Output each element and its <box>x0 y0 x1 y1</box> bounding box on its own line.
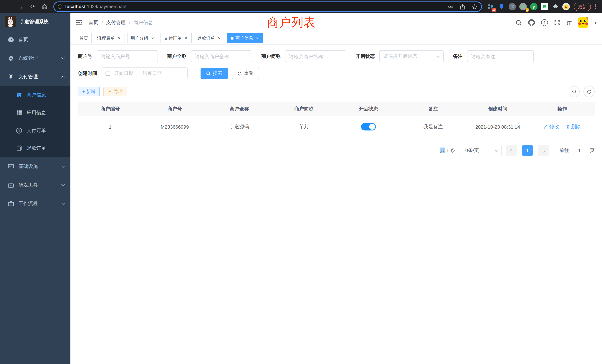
close-icon[interactable]: × <box>183 36 188 41</box>
toggle-search-button[interactable] <box>569 86 580 97</box>
merchant-no-input[interactable] <box>97 50 158 62</box>
chevron-down-icon <box>61 201 65 205</box>
export-button[interactable]: 导出 <box>103 87 127 96</box>
emoji-extension-icon[interactable] <box>562 3 570 10</box>
close-icon[interactable]: × <box>217 36 222 41</box>
tags-view-bar: 首页 流程表单 × 用户分组 × 支付订单 × 退款订单 × <box>70 32 602 45</box>
tab-refund-order[interactable]: 退款订单 × <box>194 33 225 43</box>
total-count: 共 1 条 <box>440 147 455 154</box>
url-text[interactable]: localhost:1024/pay/merchant <box>65 4 441 9</box>
sidebar-item-workflow[interactable]: 工作流程 <box>0 194 70 213</box>
col-merchant-name: 商户全称 <box>207 102 272 116</box>
reload-icon[interactable]: ⟳ <box>28 2 37 11</box>
sidebar-item-pay-order[interactable]: ¥ 支付订单 <box>0 122 70 139</box>
merchant-name-input[interactable] <box>191 50 252 62</box>
close-icon[interactable]: × <box>150 36 155 41</box>
tab-user-group[interactable]: 用户分组 × <box>127 33 158 43</box>
site-info-icon[interactable]: ⓘ <box>58 3 62 10</box>
devtools-extension-icon[interactable]: 10 <box>487 3 494 10</box>
delete-link[interactable]: 删除 <box>566 123 581 130</box>
y-brand-extension-icon[interactable]: y <box>530 3 538 10</box>
export-button-label: 导出 <box>114 88 123 95</box>
status-select[interactable]: 请选择开启状态 <box>379 50 444 62</box>
search-icon[interactable] <box>516 20 522 26</box>
sidebar-item-app-info[interactable]: 应用信息 <box>0 104 70 122</box>
app-logo-row[interactable]: 芋道管理系统 <box>0 13 70 30</box>
sidebar-item-home[interactable]: 首页 <box>0 30 70 49</box>
breadcrumb-pay[interactable]: 支付管理 <box>106 19 126 26</box>
end-date-placeholder: 结束日期 <box>142 70 162 77</box>
tab-merchant-info[interactable]: 商户信息 × <box>227 33 263 43</box>
filter-status: 开启状态 请选择开启状态 <box>355 50 444 62</box>
tab-label: 首页 <box>79 35 88 41</box>
font-size-icon[interactable]: tT <box>566 20 572 26</box>
search-button[interactable]: 搜索 <box>201 68 228 79</box>
breadcrumb-home[interactable]: 首页 <box>89 19 98 26</box>
chevron-left-icon <box>510 149 513 152</box>
refresh-button[interactable] <box>583 86 595 97</box>
sidebar-item-refund-order[interactable]: 退款订单 <box>0 139 70 157</box>
caret-down-icon[interactable]: ▾ <box>595 21 596 25</box>
sidebar-item-system[interactable]: 系统管理 <box>0 49 70 67</box>
status-toggle[interactable] <box>361 123 376 130</box>
command-extension-icon[interactable]: ⌘ <box>509 3 516 10</box>
svg-text:¥: ¥ <box>18 129 20 132</box>
prev-page-button[interactable] <box>506 145 517 156</box>
reset-button[interactable]: 重置 <box>232 68 259 79</box>
tab-pay-order[interactable]: 支付订单 × <box>161 33 192 43</box>
cell-remark: 我是备注 <box>401 116 466 138</box>
github-icon[interactable] <box>528 19 535 26</box>
app-title: 芋道管理系统 <box>20 19 49 25</box>
filter-create-time: 创建时间 开始日期 - 结束日期 <box>78 67 188 79</box>
page-size-select[interactable]: 10条/页 <box>459 145 502 156</box>
sidebar-item-infra[interactable]: 基础设施 <box>0 157 70 176</box>
close-icon[interactable]: × <box>255 36 260 41</box>
table-tools <box>569 86 595 97</box>
main-area: 首页 / 支付管理 / 商户信息 商户列表 <box>70 13 602 364</box>
fullscreen-icon[interactable] <box>554 20 560 26</box>
add-button[interactable]: + 新增 <box>78 87 100 96</box>
pin-extension-icon[interactable] <box>498 3 505 10</box>
pay-submenu: 商户信息 应用信息 <box>0 86 70 157</box>
plus-icon: + <box>82 89 85 94</box>
password-key-icon[interactable] <box>448 4 453 10</box>
tab-process-form[interactable]: 流程表单 × <box>94 33 125 43</box>
home-icon[interactable] <box>40 2 49 11</box>
back-icon[interactable]: ← <box>4 2 14 11</box>
help-icon[interactable]: ? <box>541 19 548 26</box>
merchant-table: 商户编号 商户号 商户全称 商户简称 开启状态 备注 创建时间 操作 1 <box>78 102 595 138</box>
collapse-sidebar-icon[interactable] <box>76 20 83 26</box>
address-bar[interactable]: ⓘ localhost:1024/pay/merchant <box>53 1 482 12</box>
chevron-down-icon <box>61 164 65 168</box>
sidebar-item-merchant-info[interactable]: 商户信息 <box>0 86 70 104</box>
goto-page-input[interactable] <box>572 145 587 156</box>
sidebar-item-label: 商户信息 <box>27 92 46 98</box>
edit-link[interactable]: 修改 <box>544 123 559 130</box>
chat-extension-icon[interactable] <box>541 3 548 10</box>
remark-input[interactable] <box>467 50 534 62</box>
sidebar-item-pay[interactable]: ¥ 支付管理 <box>0 67 70 86</box>
next-page-button[interactable] <box>538 145 549 156</box>
breadcrumb: 首页 / 支付管理 / 商户信息 <box>89 19 153 26</box>
close-icon[interactable]: × <box>117 36 122 41</box>
browser-update-button[interactable]: 更新 <box>574 2 591 11</box>
tab-home[interactable]: 首页 <box>76 33 92 43</box>
date-range-picker[interactable]: 开始日期 - 结束日期 <box>102 67 188 79</box>
browser-menu-icon[interactable]: ⋮ <box>593 3 598 10</box>
col-status: 开启状态 <box>336 102 401 116</box>
avatar[interactable] <box>578 17 588 28</box>
delete-link-label: 删除 <box>571 123 581 130</box>
sidebar-item-label: 支付管理 <box>19 73 62 80</box>
sidebar-item-devtools[interactable]: 研发工具 <box>0 176 70 194</box>
col-merchant-id: 商户编号 <box>78 102 142 116</box>
extensions-puzzle-icon[interactable] <box>552 3 559 10</box>
add-button-label: 新增 <box>86 88 95 95</box>
filter-label: 创建时间 <box>78 70 97 77</box>
share-icon[interactable] <box>460 4 465 10</box>
breadcrumb-separator: / <box>129 20 130 25</box>
status-extension-icon[interactable]: 1 <box>519 3 527 10</box>
bookmark-star-icon[interactable] <box>472 4 477 10</box>
merchant-short-input[interactable] <box>285 50 346 62</box>
forward-icon[interactable]: → <box>16 2 26 11</box>
page-1-button[interactable]: 1 <box>522 145 533 156</box>
